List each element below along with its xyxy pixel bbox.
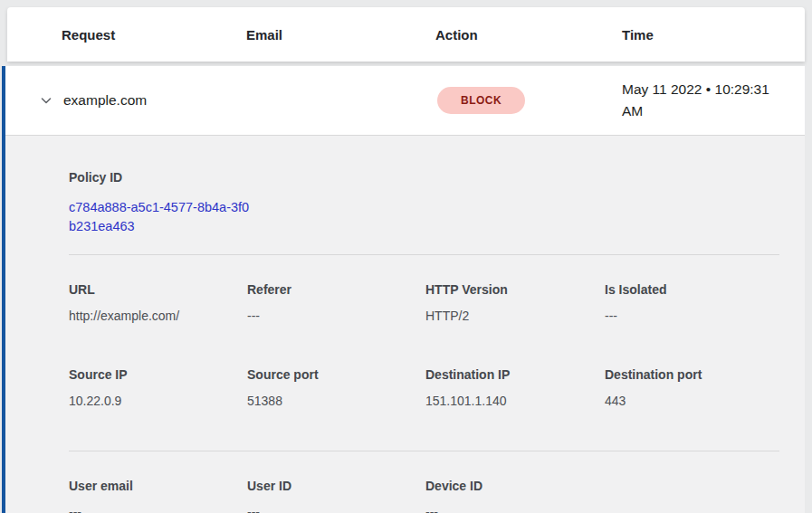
policy-section: Policy ID c784a888-a5c1-4577-8b4a-3f0b23… bbox=[69, 168, 779, 236]
section-divider bbox=[69, 254, 779, 255]
detail-cell: Source port 51388 bbox=[247, 366, 425, 410]
detail-cell: Is Isolated --- bbox=[605, 280, 783, 325]
field-value: --- bbox=[69, 503, 247, 513]
detail-row-user: User email --- User ID --- Device ID --- bbox=[69, 477, 779, 513]
expanded-row-block: example.com BLOCK May 11 2022 • 10:29:31… bbox=[2, 66, 805, 513]
request-time: May 11 2022 • 10:29:31 AM bbox=[622, 79, 783, 122]
field-value: --- bbox=[247, 307, 425, 325]
request-detail-panel: Policy ID c784a888-a5c1-4577-8b4a-3f0b23… bbox=[5, 136, 805, 513]
field-value: --- bbox=[425, 503, 605, 513]
policy-id-link[interactable]: c784a888-a5c1-4577-8b4a-3f0b231ea463 bbox=[69, 198, 250, 236]
chevron-down-icon[interactable] bbox=[38, 92, 54, 109]
detail-row-http: URL http://example.com/ Referer --- HTTP… bbox=[69, 280, 779, 325]
field-label: URL bbox=[69, 280, 247, 299]
detail-cell: HTTP Version HTTP/2 bbox=[425, 280, 605, 325]
detail-cell: Source IP 10.22.0.9 bbox=[69, 366, 247, 410]
field-value: HTTP/2 bbox=[425, 307, 605, 325]
detail-cell-empty bbox=[605, 477, 783, 513]
detail-cell: User email --- bbox=[69, 477, 247, 513]
field-label: Referer bbox=[247, 280, 425, 299]
column-header-time: Time bbox=[622, 27, 654, 43]
detail-cell: Destination IP 151.101.1.140 bbox=[425, 366, 605, 410]
field-label: Is Isolated bbox=[605, 280, 783, 299]
field-value: 151.101.1.140 bbox=[425, 392, 605, 410]
table-header: Request Email Action Time bbox=[7, 7, 805, 62]
field-label: Device ID bbox=[425, 477, 605, 495]
column-header-action: Action bbox=[435, 27, 478, 43]
field-label: Destination IP bbox=[425, 366, 605, 384]
status-badge-block: BLOCK bbox=[437, 87, 525, 114]
policy-id-label: Policy ID bbox=[69, 168, 779, 186]
field-label: Source port bbox=[247, 366, 425, 384]
field-value: --- bbox=[605, 307, 783, 325]
field-label: Source IP bbox=[69, 366, 247, 384]
field-value: 10.22.0.9 bbox=[69, 392, 247, 410]
table-row[interactable]: example.com BLOCK May 11 2022 • 10:29:31… bbox=[5, 66, 805, 136]
column-header-request: Request bbox=[62, 27, 115, 43]
field-label: User ID bbox=[247, 477, 425, 495]
field-label: HTTP Version bbox=[425, 280, 605, 299]
column-header-email: Email bbox=[246, 27, 282, 43]
field-value: 443 bbox=[605, 392, 783, 410]
field-label: User email bbox=[69, 477, 247, 495]
field-value: http://example.com/ bbox=[69, 307, 247, 325]
field-value: 51388 bbox=[247, 392, 425, 410]
detail-cell: User ID --- bbox=[247, 477, 425, 513]
request-log-table: Request Email Action Time example.com BL… bbox=[0, 0, 812, 513]
action-cell: BLOCK bbox=[437, 87, 525, 114]
detail-cell: Device ID --- bbox=[425, 477, 605, 513]
detail-cell: URL http://example.com/ bbox=[69, 280, 247, 325]
detail-cell: Destination port 443 bbox=[605, 366, 783, 410]
detail-cell: Referer --- bbox=[247, 280, 425, 325]
request-domain: example.com bbox=[63, 92, 147, 109]
section-divider bbox=[69, 451, 779, 451]
detail-row-network: Source IP 10.22.0.9 Source port 51388 De… bbox=[69, 366, 779, 410]
field-label: Destination port bbox=[605, 366, 783, 384]
field-value: --- bbox=[247, 503, 425, 513]
